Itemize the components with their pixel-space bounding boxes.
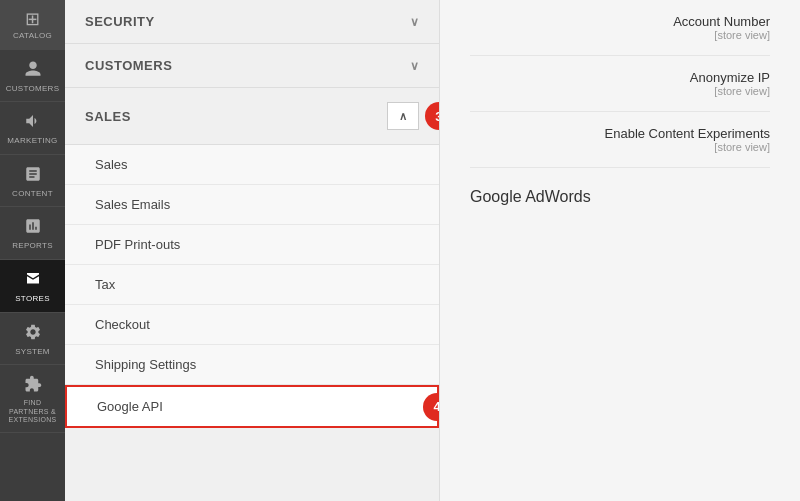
sidebar-item-label: CONTENT bbox=[12, 189, 53, 199]
content-icon bbox=[24, 165, 42, 186]
config-menu: SECURITY ∨ CUSTOMERS ∨ SALES ∧ 3 Sales S… bbox=[65, 0, 440, 501]
sidebar: ⊞ CATALOG CUSTOMERS MARKETING CONTENT RE… bbox=[0, 0, 65, 501]
sidebar-item-stores[interactable]: STORES bbox=[0, 260, 65, 313]
sales-chevron-box[interactable]: ∧ bbox=[387, 102, 419, 130]
google-api-label: Google API bbox=[97, 399, 163, 414]
sales-sub-item-checkout[interactable]: Checkout bbox=[65, 305, 439, 345]
enable-content-experiments-item: Enable Content Experiments [store view] bbox=[470, 112, 770, 168]
sidebar-item-marketing[interactable]: MARKETING bbox=[0, 102, 65, 155]
sales-sub-item-google-api[interactable]: Google API 4 bbox=[65, 385, 439, 428]
enable-content-experiments-sub: [store view] bbox=[714, 141, 770, 153]
sales-chevron: ∧ bbox=[399, 110, 408, 123]
tax-label: Tax bbox=[95, 277, 115, 292]
checkout-label: Checkout bbox=[95, 317, 150, 332]
extensions-icon bbox=[24, 375, 42, 396]
account-number-label: Account Number bbox=[673, 14, 770, 29]
sales-sub-item-label: Sales bbox=[95, 157, 128, 172]
customers-label: CUSTOMERS bbox=[85, 58, 172, 73]
customers-chevron: ∨ bbox=[410, 59, 420, 73]
sales-sub-item-pdf-printouts[interactable]: PDF Print-outs bbox=[65, 225, 439, 265]
anonymize-ip-sub: [store view] bbox=[714, 85, 770, 97]
google-adwords-title: Google AdWords bbox=[470, 168, 770, 216]
sales-sub-item-sales-emails[interactable]: Sales Emails bbox=[65, 185, 439, 225]
enable-content-experiments-label: Enable Content Experiments bbox=[605, 126, 770, 141]
sales-sub-item-sales[interactable]: Sales bbox=[65, 145, 439, 185]
anonymize-ip-label: Anonymize IP bbox=[690, 70, 770, 85]
sidebar-item-customers[interactable]: CUSTOMERS bbox=[0, 50, 65, 103]
sidebar-item-label: CUSTOMERS bbox=[6, 84, 60, 94]
catalog-icon: ⊞ bbox=[25, 10, 40, 28]
sidebar-item-label: SYSTEM bbox=[15, 347, 50, 357]
anonymize-ip-item: Anonymize IP [store view] bbox=[470, 56, 770, 112]
security-label: SECURITY bbox=[85, 14, 155, 29]
content-panel: Account Number [store view] Anonymize IP… bbox=[440, 0, 800, 501]
sidebar-item-catalog[interactable]: ⊞ CATALOG bbox=[0, 0, 65, 50]
customers-icon bbox=[24, 60, 42, 81]
account-number-sub: [store view] bbox=[714, 29, 770, 41]
step-4-badge: 4 bbox=[423, 393, 440, 421]
marketing-icon bbox=[24, 112, 42, 133]
account-number-item: Account Number [store view] bbox=[470, 0, 770, 56]
pdf-printouts-label: PDF Print-outs bbox=[95, 237, 180, 252]
sidebar-item-label: REPORTS bbox=[12, 241, 53, 251]
sales-label: SALES bbox=[85, 109, 131, 124]
security-section-header[interactable]: SECURITY ∨ bbox=[65, 0, 439, 44]
shipping-settings-label: Shipping Settings bbox=[95, 357, 196, 372]
sales-emails-label: Sales Emails bbox=[95, 197, 170, 212]
sidebar-item-reports[interactable]: REPORTS bbox=[0, 207, 65, 260]
step-3-badge: 3 bbox=[425, 102, 440, 130]
security-chevron: ∨ bbox=[410, 15, 420, 29]
sales-sub-item-shipping-settings[interactable]: Shipping Settings bbox=[65, 345, 439, 385]
sidebar-item-label: FIND PARTNERS & EXTENSIONS bbox=[5, 399, 60, 424]
sales-sub-item-tax[interactable]: Tax bbox=[65, 265, 439, 305]
customers-section-header[interactable]: CUSTOMERS ∨ bbox=[65, 44, 439, 88]
main-area: SECURITY ∨ CUSTOMERS ∨ SALES ∧ 3 Sales S… bbox=[65, 0, 800, 501]
sidebar-item-label: MARKETING bbox=[7, 136, 57, 146]
sidebar-item-system[interactable]: SYSTEM bbox=[0, 313, 65, 366]
sidebar-item-label: CATALOG bbox=[13, 31, 52, 41]
reports-icon bbox=[24, 217, 42, 238]
sidebar-item-content[interactable]: CONTENT bbox=[0, 155, 65, 208]
sidebar-item-label: STORES bbox=[15, 294, 50, 304]
stores-icon bbox=[24, 270, 42, 291]
sidebar-item-extensions[interactable]: FIND PARTNERS & EXTENSIONS bbox=[0, 365, 65, 433]
sales-section-header[interactable]: SALES ∧ 3 bbox=[65, 88, 439, 145]
system-icon bbox=[24, 323, 42, 344]
